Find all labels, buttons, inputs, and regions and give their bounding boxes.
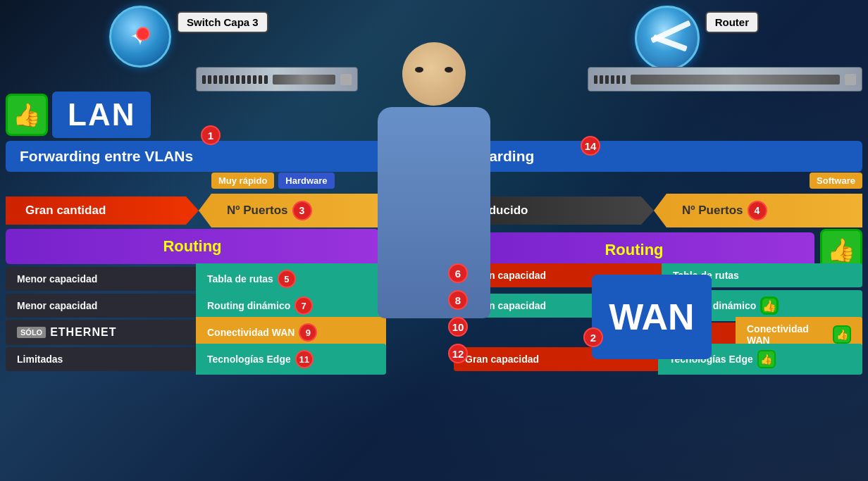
lan-section: 👍 LAN bbox=[6, 92, 151, 138]
puertos-row-right: Reducido Nº Puertos 4 bbox=[454, 194, 862, 227]
badge-3: 3 bbox=[292, 201, 312, 220]
switch-red-dot bbox=[136, 27, 150, 41]
lan-banner: LAN bbox=[52, 92, 151, 138]
port-8 bbox=[242, 75, 245, 84]
badge-6: 6 bbox=[448, 263, 468, 283]
switch-section: ✦ Switch Capa 3 bbox=[109, 6, 268, 68]
left-hardware-rack bbox=[196, 67, 358, 92]
port-9 bbox=[247, 75, 251, 84]
rack-end bbox=[340, 74, 352, 85]
menor-cap-2-label: Menor capacidad bbox=[6, 294, 196, 318]
n-puertos-right-label: Nº Puertos 4 bbox=[654, 194, 862, 227]
left-thumbs-icon: 👍 bbox=[6, 94, 48, 136]
software-tag-inner: Software bbox=[810, 173, 862, 189]
routing-right: Routing bbox=[454, 232, 814, 268]
thumbs-small-1: 👍 bbox=[760, 296, 779, 315]
muy-rapido-tag: Muy rápido bbox=[211, 173, 274, 189]
rack-body bbox=[273, 75, 335, 85]
person-head bbox=[402, 42, 466, 106]
limitadas-label: Limitadas bbox=[6, 347, 196, 371]
hardware-tag: Hardware bbox=[278, 173, 334, 189]
port-1 bbox=[202, 75, 206, 84]
reducido-label: Reducido bbox=[454, 196, 654, 225]
right-eye bbox=[445, 67, 453, 73]
badge-9: 9 bbox=[299, 323, 317, 342]
left-eye bbox=[415, 67, 423, 73]
router-label: Router bbox=[705, 11, 759, 33]
port-7 bbox=[236, 75, 240, 84]
port-5 bbox=[225, 75, 228, 84]
software-tag: Software bbox=[810, 173, 862, 189]
gran-cantidad-label: Gran cantidad bbox=[6, 196, 199, 225]
port-12 bbox=[264, 75, 268, 84]
badge-13: 13 bbox=[380, 146, 400, 166]
forwarding-right-row: Forwarding bbox=[440, 141, 862, 172]
r-port-4 bbox=[611, 75, 614, 84]
badge-1: 1 bbox=[201, 125, 221, 145]
port-4 bbox=[219, 75, 223, 84]
menor-cap-1-label: Menor capacidad bbox=[6, 267, 196, 291]
solo-ethernet-label: SÓLO ETHERNET bbox=[6, 320, 196, 345]
solo-tag: SÓLO bbox=[17, 327, 46, 338]
port-2 bbox=[208, 75, 211, 84]
badge-8: 8 bbox=[448, 290, 468, 310]
router-section: Router bbox=[635, 6, 759, 70]
badge-12: 12 bbox=[448, 344, 468, 363]
forwarding-vlans-label: Forwarding entre VLANs bbox=[6, 141, 378, 172]
r-port-1 bbox=[594, 75, 597, 84]
tec-edge-left-label: Tecnologías Edge 11 bbox=[196, 344, 386, 375]
badge-7: 7 bbox=[294, 296, 313, 315]
r-port-3 bbox=[605, 75, 609, 84]
port-11 bbox=[259, 75, 262, 84]
r-port-2 bbox=[600, 75, 603, 84]
router-icon bbox=[635, 6, 700, 70]
switch-icon: ✦ bbox=[109, 6, 171, 68]
puertos-row-left: Gran cantidad Nº Puertos 3 bbox=[6, 194, 400, 227]
forwarding-right-label: Forwarding bbox=[440, 141, 862, 172]
tec-edge-left-row: Limitadas Tecnologías Edge 11 bbox=[6, 344, 386, 375]
speed-tags: Muy rápido Hardware bbox=[211, 173, 335, 189]
port-10 bbox=[253, 75, 256, 84]
badge-14: 14 bbox=[581, 136, 600, 156]
r-port-6 bbox=[622, 75, 626, 84]
forwarding-vlans-row: Forwarding entre VLANs 13 bbox=[6, 141, 400, 172]
badge-4: 4 bbox=[748, 201, 767, 220]
routing-left: Routing bbox=[6, 229, 379, 264]
thumbs-small-2: 👍 bbox=[833, 325, 851, 344]
n-puertos-left-label: Nº Puertos 3 bbox=[199, 194, 400, 227]
badge-10: 10 bbox=[448, 317, 468, 337]
badge-11: 11 bbox=[295, 350, 314, 368]
wan-banner: WAN bbox=[592, 275, 712, 359]
port-3 bbox=[213, 75, 217, 84]
right-hardware-rack bbox=[588, 67, 862, 92]
switch-label: Switch Capa 3 bbox=[177, 11, 268, 33]
r-rack-end bbox=[845, 74, 856, 85]
router-arrow-2 bbox=[652, 35, 688, 52]
r-port-5 bbox=[616, 75, 620, 84]
port-6 bbox=[230, 75, 234, 84]
thumbs-small-3: 👍 bbox=[757, 350, 776, 368]
r-rack-body bbox=[631, 75, 840, 85]
badge-5: 5 bbox=[278, 270, 296, 288]
ethernet-label: ETHERNET bbox=[50, 326, 116, 339]
badge-2: 2 bbox=[583, 327, 603, 347]
